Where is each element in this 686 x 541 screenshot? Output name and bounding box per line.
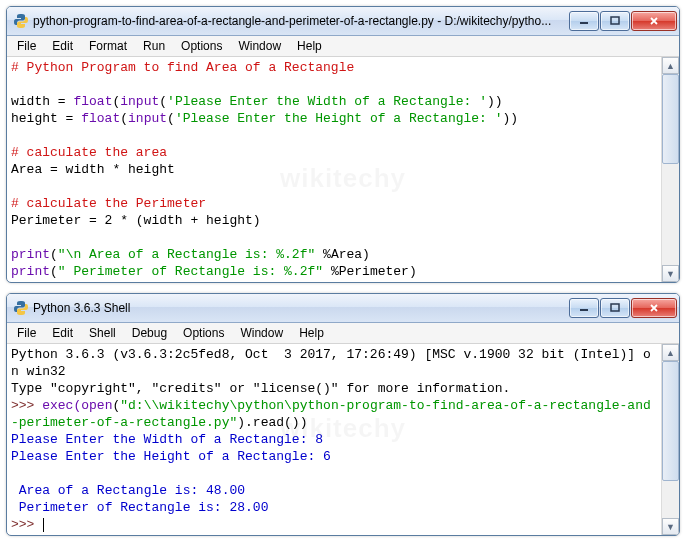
python-app-icon <box>13 13 29 29</box>
shell-output[interactable]: Python 3.6.3 (v3.6.3:2c5fed8, Oct 3 2017… <box>7 344 661 535</box>
code-builtin: print <box>11 247 50 262</box>
code-editor[interactable]: # Python Program to find Area of a Recta… <box>7 57 661 282</box>
menu-edit[interactable]: Edit <box>44 38 81 54</box>
editor-titlebar[interactable]: python-program-to-find-area-of-a-rectang… <box>7 7 679 36</box>
shell-input-code: exec( <box>42 398 81 413</box>
menu-run[interactable]: Run <box>135 38 173 54</box>
shell-stdout: Perimeter of Rectangle is: 28.00 <box>11 500 268 515</box>
text-cursor <box>43 518 44 532</box>
shell-input-code: ).read()) <box>237 415 307 430</box>
code-comment: # Python Program to find Area of a Recta… <box>11 60 354 75</box>
code-builtin: input <box>128 111 167 126</box>
shell-scrollbar[interactable]: ▲ ▼ <box>661 344 679 535</box>
menu-file[interactable]: File <box>9 38 44 54</box>
menu-window[interactable]: Window <box>230 38 289 54</box>
minimize-button[interactable] <box>569 298 599 318</box>
code-text: Area = width * height <box>11 162 175 177</box>
shell-window: Python 3.6.3 Shell File Edit Shell Debug… <box>6 293 680 536</box>
scroll-down-icon[interactable]: ▼ <box>662 265 679 282</box>
code-builtin: input <box>120 94 159 109</box>
menu-debug[interactable]: Debug <box>124 325 175 341</box>
close-button[interactable] <box>631 298 677 318</box>
scroll-down-icon[interactable]: ▼ <box>662 518 679 535</box>
menu-help[interactable]: Help <box>291 325 332 341</box>
code-text: %Area) <box>315 247 370 262</box>
code-builtin: float <box>73 94 112 109</box>
shell-stdout: Please Enter the Height of a Rectangle: … <box>11 449 331 464</box>
code-comment: # calculate the Perimeter <box>11 196 206 211</box>
watermark: wikitechy <box>280 170 406 187</box>
shell-prompt: >>> <box>11 398 42 413</box>
editor-title: python-program-to-find-area-of-a-rectang… <box>33 14 569 28</box>
menu-options[interactable]: Options <box>173 38 230 54</box>
menu-shell[interactable]: Shell <box>81 325 124 341</box>
shell-banner: Type "copyright", "credits" or "license(… <box>11 381 510 396</box>
shell-banner: Python 3.6.3 (v3.6.3:2c5fed8, Oct 3 2017… <box>11 347 651 379</box>
python-app-icon <box>13 300 29 316</box>
svg-rect-2 <box>580 309 588 311</box>
menu-file[interactable]: File <box>9 325 44 341</box>
code-string: " Perimeter of Rectangle is: %.2f" <box>58 264 323 279</box>
code-builtin: float <box>81 111 120 126</box>
shell-prompt: >>> <box>11 517 42 532</box>
editor-scrollbar[interactable]: ▲ ▼ <box>661 57 679 282</box>
close-button[interactable] <box>631 11 677 31</box>
editor-body: # Python Program to find Area of a Recta… <box>7 57 679 282</box>
window-controls <box>569 11 677 31</box>
menu-window[interactable]: Window <box>232 325 291 341</box>
code-text: height = <box>11 111 81 126</box>
shell-title: Python 3.6.3 Shell <box>33 301 569 315</box>
code-string: 'Please Enter the Width of a Rectangle: … <box>167 94 487 109</box>
code-text: width = <box>11 94 73 109</box>
menu-help[interactable]: Help <box>289 38 330 54</box>
scroll-up-icon[interactable]: ▲ <box>662 57 679 74</box>
scroll-up-icon[interactable]: ▲ <box>662 344 679 361</box>
svg-rect-0 <box>580 22 588 24</box>
code-string: "\n Area of a Rectangle is: %.2f" <box>58 247 315 262</box>
editor-window: python-program-to-find-area-of-a-rectang… <box>6 6 680 283</box>
shell-titlebar[interactable]: Python 3.6.3 Shell <box>7 294 679 323</box>
scroll-thumb[interactable] <box>662 361 679 481</box>
shell-menubar: File Edit Shell Debug Options Window Hel… <box>7 323 679 344</box>
minimize-button[interactable] <box>569 11 599 31</box>
editor-menubar: File Edit Format Run Options Window Help <box>7 36 679 57</box>
maximize-button[interactable] <box>600 11 630 31</box>
maximize-button[interactable] <box>600 298 630 318</box>
scroll-thumb[interactable] <box>662 74 679 164</box>
code-text: Perimeter = 2 * (width + height) <box>11 213 261 228</box>
shell-stdout: Area of a Rectangle is: 48.00 <box>11 483 245 498</box>
menu-edit[interactable]: Edit <box>44 325 81 341</box>
code-text: %Perimeter) <box>323 264 417 279</box>
code-comment: # calculate the area <box>11 145 167 160</box>
shell-input-code: open <box>81 398 112 413</box>
menu-format[interactable]: Format <box>81 38 135 54</box>
window-controls <box>569 298 677 318</box>
code-string: 'Please Enter the Height of a Rectangle:… <box>175 111 503 126</box>
svg-rect-1 <box>611 17 619 24</box>
code-builtin: print <box>11 264 50 279</box>
svg-rect-3 <box>611 304 619 311</box>
shell-body: Python 3.6.3 (v3.6.3:2c5fed8, Oct 3 2017… <box>7 344 679 535</box>
menu-options[interactable]: Options <box>175 325 232 341</box>
shell-stdout: Please Enter the Width of a Rectangle: 8 <box>11 432 323 447</box>
